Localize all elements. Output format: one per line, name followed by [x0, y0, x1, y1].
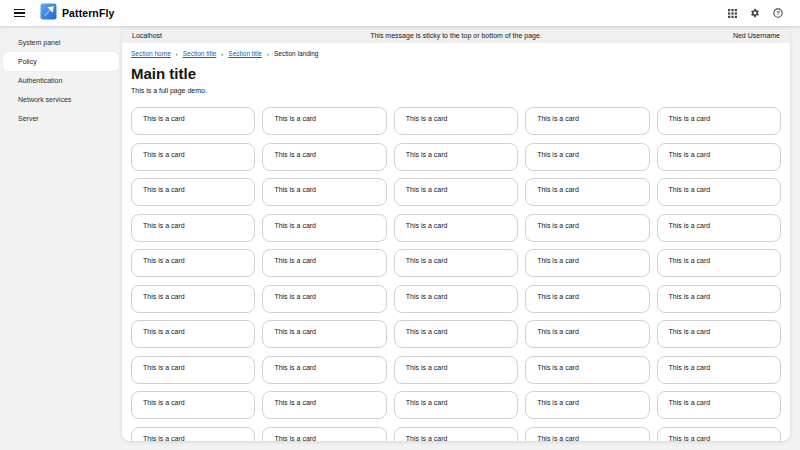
- card: This is a card: [525, 107, 649, 135]
- breadcrumb: Section home›Section title›Section title…: [131, 49, 781, 58]
- svg-text:?: ?: [776, 10, 780, 16]
- card: This is a card: [262, 320, 386, 348]
- card: This is a card: [394, 320, 518, 348]
- banner-left-label: Localhost: [132, 32, 162, 39]
- card: This is a card: [131, 285, 255, 313]
- card-label: This is a card: [406, 364, 448, 371]
- sidebar-item-network-services[interactable]: Network services: [3, 90, 119, 109]
- card: This is a card: [394, 143, 518, 171]
- sidebar-item-system-panel[interactable]: System panel: [3, 33, 119, 52]
- card: This is a card: [262, 249, 386, 277]
- card: This is a card: [394, 249, 518, 277]
- card: This is a card: [262, 143, 386, 171]
- card-label: This is a card: [406, 435, 448, 442]
- banner-username: Ned Username: [733, 32, 780, 39]
- card-label: This is a card: [406, 186, 448, 193]
- card: This is a card: [262, 178, 386, 206]
- card-label: This is a card: [274, 364, 316, 371]
- card-label: This is a card: [143, 151, 185, 158]
- breadcrumb-current: Section landing: [274, 50, 318, 57]
- card: This is a card: [262, 391, 386, 419]
- card: This is a card: [525, 143, 649, 171]
- breadcrumb-link[interactable]: Section title: [228, 50, 262, 57]
- breadcrumb-separator-icon: ›: [267, 51, 269, 57]
- card: This is a card: [525, 320, 649, 348]
- card: This is a card: [525, 285, 649, 313]
- app-launcher-icon[interactable]: [726, 7, 738, 19]
- card-label: This is a card: [537, 151, 579, 158]
- breadcrumb-link[interactable]: Section title: [183, 50, 217, 57]
- card-label: This is a card: [537, 435, 579, 442]
- card: This is a card: [657, 285, 781, 313]
- card: This is a card: [131, 178, 255, 206]
- card: This is a card: [131, 391, 255, 419]
- card-label: This is a card: [537, 115, 579, 122]
- card-label: This is a card: [274, 293, 316, 300]
- card: This is a card: [657, 427, 781, 442]
- help-icon[interactable]: ?: [772, 7, 784, 19]
- card-label: This is a card: [143, 399, 185, 406]
- card-label: This is a card: [143, 257, 185, 264]
- card-label: This is a card: [143, 328, 185, 335]
- breadcrumb-separator-icon: ›: [221, 51, 223, 57]
- brand-logo[interactable]: PatternFly: [40, 3, 114, 24]
- card: This is a card: [131, 356, 255, 384]
- card-label: This is a card: [143, 435, 185, 442]
- sidebar-item-server[interactable]: Server: [3, 109, 119, 128]
- card: This is a card: [262, 107, 386, 135]
- settings-icon[interactable]: [749, 7, 761, 19]
- card: This is a card: [131, 143, 255, 171]
- card-label: This is a card: [274, 328, 316, 335]
- card-label: This is a card: [537, 328, 579, 335]
- card: This is a card: [657, 249, 781, 277]
- card-label: This is a card: [669, 328, 711, 335]
- card-label: This is a card: [537, 293, 579, 300]
- card: This is a card: [394, 285, 518, 313]
- card-label: This is a card: [669, 257, 711, 264]
- card-label: This is a card: [406, 257, 448, 264]
- card-label: This is a card: [406, 115, 448, 122]
- card: This is a card: [394, 391, 518, 419]
- card: This is a card: [262, 427, 386, 442]
- card: This is a card: [657, 178, 781, 206]
- sticky-banner: Localhost This message is sticky to the …: [122, 28, 790, 43]
- card-label: This is a card: [274, 115, 316, 122]
- card: This is a card: [657, 143, 781, 171]
- card: This is a card: [525, 178, 649, 206]
- card: This is a card: [131, 214, 255, 242]
- card-label: This is a card: [406, 293, 448, 300]
- card: This is a card: [657, 214, 781, 242]
- card-label: This is a card: [143, 293, 185, 300]
- card-label: This is a card: [669, 222, 711, 229]
- card-label: This is a card: [143, 115, 185, 122]
- card: This is a card: [394, 178, 518, 206]
- card-label: This is a card: [669, 399, 711, 406]
- card: This is a card: [657, 107, 781, 135]
- app-body: System panelPolicyAuthenticationNetwork …: [0, 26, 800, 450]
- card-label: This is a card: [406, 151, 448, 158]
- card: This is a card: [525, 427, 649, 442]
- card: This is a card: [525, 391, 649, 419]
- breadcrumb-link[interactable]: Section home: [131, 50, 171, 57]
- card-label: This is a card: [406, 328, 448, 335]
- sidebar-item-policy[interactable]: Policy: [3, 52, 119, 71]
- card-label: This is a card: [274, 399, 316, 406]
- card-label: This is a card: [274, 257, 316, 264]
- card-label: This is a card: [537, 364, 579, 371]
- main-panel: Localhost This message is sticky to the …: [122, 28, 790, 441]
- card-label: This is a card: [669, 151, 711, 158]
- card-label: This is a card: [669, 364, 711, 371]
- nav-toggle-button[interactable]: [6, 0, 32, 26]
- card-label: This is a card: [537, 257, 579, 264]
- card-grid: This is a cardThis is a cardThis is a ca…: [131, 107, 781, 441]
- card: This is a card: [657, 320, 781, 348]
- page-title: Main title: [131, 65, 781, 82]
- card: This is a card: [262, 214, 386, 242]
- card: This is a card: [394, 214, 518, 242]
- card: This is a card: [131, 320, 255, 348]
- card: This is a card: [394, 356, 518, 384]
- card-label: This is a card: [669, 293, 711, 300]
- page-content: Section home›Section title›Section title…: [122, 43, 790, 441]
- sidebar-item-authentication[interactable]: Authentication: [3, 71, 119, 90]
- masthead-icon-group: ?: [726, 7, 784, 19]
